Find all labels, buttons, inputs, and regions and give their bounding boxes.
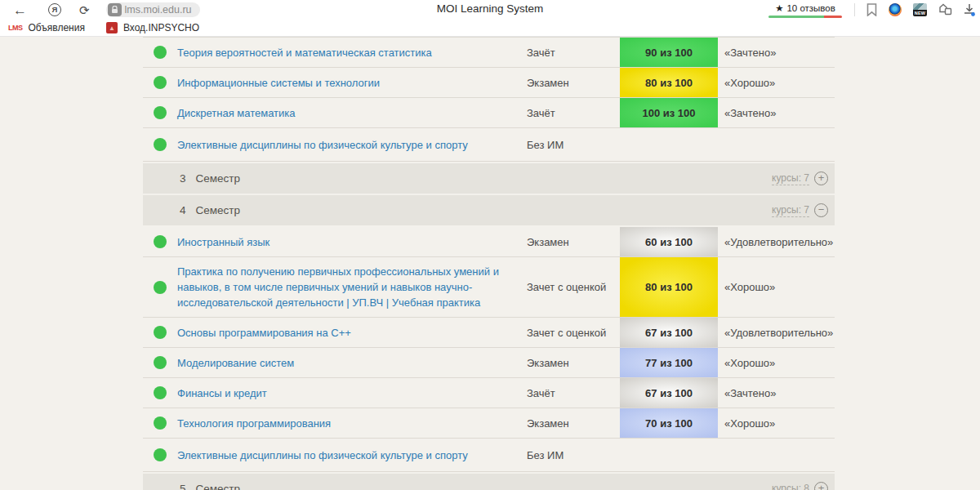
- page-content: Теория вероятностей и математическая ста…: [0, 37, 980, 490]
- table-row: Элективные дисциплины по физической куль…: [143, 128, 835, 162]
- status-dot-icon: [154, 416, 167, 430]
- status-dot-icon: [154, 281, 167, 294]
- status-cell: [143, 257, 177, 317]
- courses-toggle-link[interactable]: курсы: 8: [772, 483, 809, 490]
- extension-browser-icon[interactable]: [889, 3, 902, 16]
- course-link[interactable]: Моделирование систем: [177, 355, 294, 371]
- table-row: Информационные системы и технологииЭкзам…: [143, 68, 835, 98]
- score-badge: 100 из 100: [620, 98, 718, 127]
- semester-row: 3Семестркурсы: 7+: [143, 163, 835, 194]
- exam-type: Без ИМ: [527, 439, 620, 471]
- course-link[interactable]: Практика по получению первичных професси…: [177, 264, 514, 310]
- yandex-icon[interactable]: Я: [48, 3, 61, 16]
- course-link[interactable]: Теория вероятностей и математическая ста…: [177, 45, 432, 60]
- semester-row: 4Семестркурсы: 7−: [143, 195, 835, 225]
- score-badge: 80 из 100: [620, 257, 718, 317]
- status-dot-icon: [154, 106, 167, 119]
- course-link[interactable]: Основы программирования на C++: [177, 325, 351, 341]
- score-badge: 80 из 100: [620, 68, 718, 97]
- status-dot-icon: [154, 76, 167, 89]
- bookmarks-bar: LMS Объявления ▲ Вход.INPSYCHO: [0, 20, 980, 37]
- table-row: Иностранный языкЭкзамен60 из 100«Удовлет…: [143, 227, 835, 257]
- courses-toggle-link[interactable]: курсы: 7: [772, 172, 809, 185]
- bookmark-item-vhod[interactable]: ▲ Вход.INPSYCHO: [106, 22, 199, 33]
- exam-type: Зачёт: [527, 378, 620, 408]
- download-icon[interactable]: [964, 3, 975, 16]
- course-name-cell: Финансы и кредит: [177, 378, 527, 408]
- url-text: lms.moi.edu.ru: [125, 4, 192, 16]
- exam-type: Экзамен: [527, 227, 620, 256]
- exam-type: Зачет с оценкой: [527, 318, 620, 347]
- refresh-button[interactable]: ⟳: [79, 4, 90, 16]
- course-link[interactable]: Дискретная математика: [177, 105, 296, 121]
- course-name-cell: Основы программирования на C++: [177, 318, 527, 347]
- status-dot-icon: [154, 386, 167, 399]
- rating-widget[interactable]: ★ 10 отзывов: [768, 2, 843, 18]
- status-cell: [143, 68, 177, 97]
- score-cell: 77 из 100: [620, 348, 718, 377]
- semester-label: Семестр: [196, 204, 241, 216]
- browser-toolbar: ← Я ⟳ lms.moi.edu.ru MOI Learning System…: [0, 0, 980, 20]
- semester-number: 4: [180, 204, 186, 216]
- grade-label: «Хорошо»: [718, 68, 835, 97]
- course-name-cell: Иностранный язык: [177, 227, 527, 256]
- collections-icon[interactable]: [938, 3, 952, 16]
- grade-label: [718, 128, 835, 161]
- score-badge: 90 из 100: [620, 38, 718, 67]
- bookmark-label: Вход.INPSYCHO: [123, 22, 199, 33]
- score-cell: 70 из 100: [620, 408, 718, 438]
- table-row: Моделирование системЭкзамен77 из 100«Хор…: [143, 348, 835, 378]
- star-icon: ★: [775, 2, 783, 14]
- table-row: Элективные дисциплины по физической куль…: [143, 439, 835, 472]
- grade-label: «Удовлетворительно»: [718, 227, 835, 256]
- browser-chrome: ← Я ⟳ lms.moi.edu.ru MOI Learning System…: [0, 0, 980, 37]
- course-link[interactable]: Элективные дисциплины по физической куль…: [177, 448, 468, 463]
- course-link[interactable]: Иностранный язык: [177, 234, 270, 250]
- exam-type: Зачёт: [527, 38, 620, 67]
- extension-new-art: [913, 3, 927, 10]
- status-cell: [143, 378, 177, 408]
- collapse-icon[interactable]: −: [814, 203, 828, 217]
- course-link[interactable]: Технология программирования: [177, 416, 331, 431]
- expand-icon[interactable]: +: [814, 172, 828, 185]
- lms-favicon: LMS: [8, 24, 23, 32]
- status-dot-icon: [154, 448, 167, 461]
- table-row: Теория вероятностей и математическая ста…: [143, 38, 835, 68]
- new-badge: NEW: [913, 10, 927, 16]
- bookmark-flag-icon[interactable]: [866, 3, 877, 16]
- score-cell: 67 из 100: [620, 318, 718, 347]
- grade-label: «Хорошо»: [718, 348, 835, 377]
- table-row: Финансы и кредитЗачёт67 из 100«Зачтено»: [143, 378, 835, 408]
- status-cell: [143, 227, 177, 256]
- course-name-cell: Теория вероятностей и математическая ста…: [177, 38, 527, 67]
- rating-bar: [768, 16, 842, 18]
- status-cell: [143, 408, 177, 438]
- back-button[interactable]: ←: [13, 3, 27, 17]
- bookmark-item-announcements[interactable]: LMS Объявления: [8, 22, 85, 33]
- status-dot-icon: [154, 46, 167, 59]
- bookmark-label: Объявления: [29, 22, 85, 33]
- grade-label: «Хорошо»: [718, 257, 835, 317]
- exam-type: Экзамен: [527, 68, 620, 97]
- courses-toggle-link[interactable]: курсы: 7: [772, 204, 809, 217]
- status-dot-icon: [154, 235, 167, 248]
- semester-number: 3: [180, 172, 186, 185]
- semester-number: 5: [180, 483, 186, 490]
- lock-icon: [108, 3, 122, 16]
- expand-icon[interactable]: +: [814, 482, 828, 490]
- course-link[interactable]: Финансы и кредит: [177, 385, 267, 401]
- course-name-cell: Технология программирования: [177, 408, 527, 438]
- status-cell: [143, 128, 177, 161]
- table-row: Дискретная математикаЗачёт100 из 100«Зач…: [143, 98, 835, 128]
- score-badge: 77 из 100: [620, 348, 718, 377]
- url-bar[interactable]: lms.moi.edu.ru: [106, 2, 200, 17]
- score-badge: 70 из 100: [620, 408, 718, 438]
- rating-label: 10 отзывов: [786, 3, 835, 13]
- course-link[interactable]: Элективные дисциплины по физической куль…: [177, 137, 468, 153]
- course-link[interactable]: Информационные системы и технологии: [177, 75, 380, 91]
- status-dot-icon: [154, 138, 167, 151]
- grades-table: Теория вероятностей и математическая ста…: [143, 37, 835, 490]
- score-badge: 67 из 100: [620, 318, 718, 347]
- table-row: Практика по получению первичных професси…: [143, 257, 835, 318]
- extension-new-icon[interactable]: NEW: [913, 3, 927, 16]
